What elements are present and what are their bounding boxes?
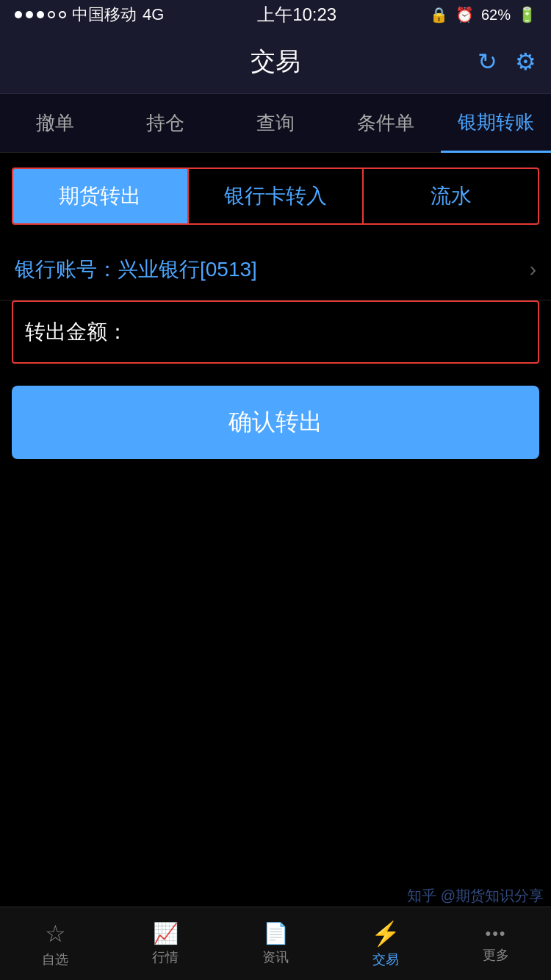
lock-icon: 🔒 xyxy=(430,6,448,24)
tab-查询[interactable]: 查询 xyxy=(220,94,331,153)
star-icon: ☆ xyxy=(45,920,66,948)
tab-银期转账[interactable]: 银期转账 xyxy=(441,94,551,153)
main-content: 期货转出 银行卡转入 流水 银行账号：兴业银行[0513] › 转出金额： 确认… xyxy=(0,167,551,481)
status-right: 🔒 ⏰ 62% 🔋 xyxy=(430,6,536,24)
network-label: 4G xyxy=(143,5,164,24)
top-tab-bar: 撤单 持仓 查询 条件单 银期转账 xyxy=(0,94,551,153)
bottom-tab-交易[interactable]: ⚡ 交易 xyxy=(331,920,441,968)
bottom-tab-更多[interactable]: ••• 更多 xyxy=(441,924,551,964)
carrier-label: 中国移动 xyxy=(72,4,137,26)
amount-input[interactable] xyxy=(135,320,526,344)
tab-持仓[interactable]: 持仓 xyxy=(110,94,220,153)
bottom-tab-行情[interactable]: 📈 行情 xyxy=(110,921,220,966)
status-time: 上午10:23 xyxy=(257,3,336,26)
amount-label: 转出金额： xyxy=(25,318,128,346)
subtab-期货转出[interactable]: 期货转出 xyxy=(13,169,189,223)
dot2 xyxy=(26,11,33,18)
bank-account-label: 银行账号：兴业银行[0513] xyxy=(15,256,257,284)
bottom-tab-bar: ☆ 自选 📈 行情 📄 资讯 ⚡ 交易 ••• 更多 xyxy=(0,907,551,980)
lightning-icon: ⚡ xyxy=(371,920,400,948)
bottom-tab-资讯[interactable]: 📄 资讯 xyxy=(220,921,331,966)
subtab-流水[interactable]: 流水 xyxy=(364,169,538,223)
settings-icon[interactable]: ⚙ xyxy=(515,48,536,76)
amount-input-row: 转出金额： xyxy=(12,300,539,364)
confirm-transfer-button[interactable]: 确认转出 xyxy=(12,386,539,459)
watermark: 知乎 @期货知识分享 xyxy=(407,884,544,907)
refresh-icon[interactable]: ↻ xyxy=(478,48,497,76)
dot1 xyxy=(15,11,22,18)
tab-撤单[interactable]: 撤单 xyxy=(0,94,110,153)
more-icon: ••• xyxy=(485,924,506,943)
sub-tab-bar: 期货转出 银行卡转入 流水 xyxy=(12,167,539,225)
dot4 xyxy=(48,11,55,18)
status-bar: 中国移动 4G 上午10:23 🔒 ⏰ 62% 🔋 xyxy=(0,0,551,29)
chart-icon: 📈 xyxy=(153,921,179,945)
bottom-tab-自选[interactable]: ☆ 自选 xyxy=(0,920,110,968)
nav-actions: ↻ ⚙ xyxy=(478,48,536,76)
chevron-right-icon: › xyxy=(530,258,536,281)
dot5 xyxy=(59,11,66,18)
bank-account-row[interactable]: 银行账号：兴业银行[0513] › xyxy=(0,239,551,300)
status-left: 中国移动 4G xyxy=(15,4,164,26)
battery-icon: 🔋 xyxy=(518,6,536,24)
nav-bar: 交易 ↻ ⚙ xyxy=(0,29,551,94)
dot3 xyxy=(37,11,44,18)
signal-dots xyxy=(15,11,66,18)
tab-条件单[interactable]: 条件单 xyxy=(331,94,441,153)
subtab-银行卡转入[interactable]: 银行卡转入 xyxy=(189,169,364,223)
battery-label: 62% xyxy=(481,7,511,24)
page-title: 交易 xyxy=(251,45,300,79)
alarm-icon: ⏰ xyxy=(455,6,474,24)
news-icon: 📄 xyxy=(263,921,289,945)
